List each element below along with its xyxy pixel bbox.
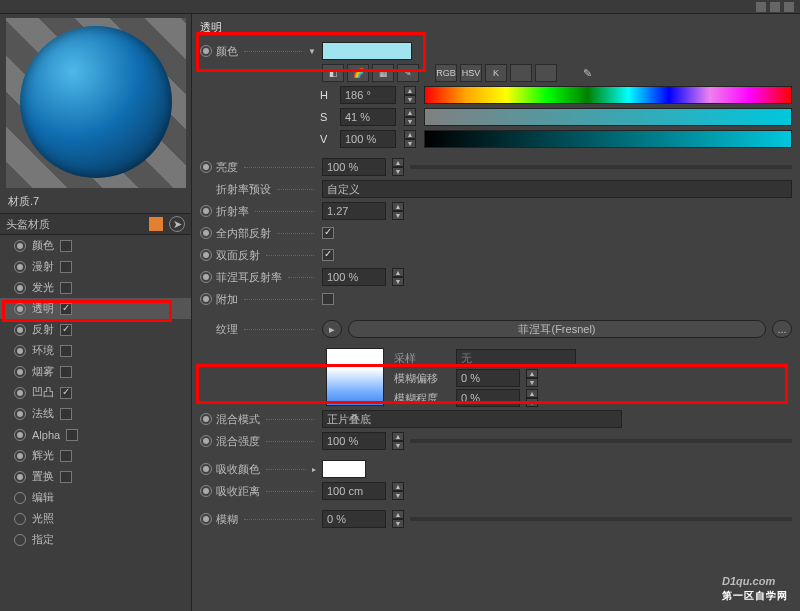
eyedrop-icon[interactable]: ✎ — [583, 67, 592, 80]
channel-checkbox[interactable] — [60, 450, 72, 462]
ior-spinner[interactable]: ▲▼ — [392, 202, 404, 220]
absorb-dist-spinner[interactable]: ▲▼ — [392, 482, 404, 500]
absorb-color-swatch[interactable] — [322, 460, 366, 478]
spectrum-icon[interactable]: 🌈 — [347, 64, 369, 82]
channel-checkbox[interactable] — [60, 345, 72, 357]
lock-icon[interactable] — [770, 2, 780, 12]
color-radio[interactable] — [200, 45, 212, 57]
channel-13[interactable]: 光照 — [0, 508, 191, 529]
dbl-radio[interactable] — [200, 249, 212, 261]
tir-checkbox[interactable] — [322, 227, 334, 239]
channel-checkbox[interactable] — [60, 282, 72, 294]
k-button[interactable]: K — [485, 64, 507, 82]
texture-preview[interactable] — [326, 348, 384, 406]
texture-arrow-button[interactable]: ▸ — [322, 320, 342, 338]
channel-14[interactable]: 指定 — [0, 529, 191, 550]
blend-mode-dropdown[interactable]: 正片叠底 — [322, 410, 622, 428]
channel-radio[interactable] — [14, 450, 26, 462]
channel-checkbox[interactable] — [60, 366, 72, 378]
channel-3[interactable]: 透明 — [0, 298, 191, 319]
swatches-icon[interactable]: ▦ — [372, 64, 394, 82]
channel-radio[interactable] — [14, 387, 26, 399]
channel-checkbox[interactable] — [66, 429, 78, 441]
blur-slider[interactable] — [410, 517, 792, 521]
material-name[interactable]: 材质.7 — [0, 188, 191, 213]
material-preview[interactable] — [6, 18, 186, 188]
color-swatch[interactable] — [322, 42, 412, 60]
channel-radio[interactable] — [14, 534, 26, 546]
blend-strength-value[interactable]: 100 % — [322, 432, 386, 450]
channel-7[interactable]: 凹凸 — [0, 382, 191, 403]
channel-radio[interactable] — [14, 261, 26, 273]
blur-spinner[interactable]: ▲▼ — [392, 510, 404, 528]
v-value[interactable]: 100 % — [340, 130, 396, 148]
picker-icon[interactable]: ◧ — [322, 64, 344, 82]
add-checkbox[interactable] — [322, 293, 334, 305]
blend-strength-slider[interactable] — [410, 439, 792, 443]
arrow-right-icon[interactable]: ▸ — [312, 465, 316, 474]
pointer-icon[interactable]: ➤ — [169, 216, 185, 232]
blur-radio[interactable] — [200, 513, 212, 525]
channel-checkbox[interactable] — [60, 324, 72, 336]
fresnel-radio[interactable] — [200, 271, 212, 283]
ior-radio[interactable] — [200, 205, 212, 217]
eyedropper-icon[interactable]: ✎ — [397, 64, 419, 82]
channel-radio[interactable] — [14, 492, 26, 504]
dbl-checkbox[interactable] — [322, 249, 334, 261]
brightness-slider[interactable] — [410, 165, 792, 169]
blur-scale-value[interactable]: 0 % — [456, 389, 520, 407]
h-spinner[interactable]: ▲▼ — [404, 86, 416, 104]
channel-0[interactable]: 颜色 — [0, 235, 191, 256]
absorb-color-radio[interactable] — [200, 463, 212, 475]
absorb-dist-radio[interactable] — [200, 485, 212, 497]
channel-10[interactable]: 辉光 — [0, 445, 191, 466]
channel-radio[interactable] — [14, 471, 26, 483]
channel-11[interactable]: 置换 — [0, 466, 191, 487]
blend-str-radio[interactable] — [200, 435, 212, 447]
channel-5[interactable]: 环境 — [0, 340, 191, 361]
menu-icon[interactable] — [784, 2, 794, 12]
channel-radio[interactable] — [14, 240, 26, 252]
rgb-button[interactable]: RGB — [435, 64, 457, 82]
blur-offset-spinner[interactable]: ▲▼ — [526, 369, 538, 387]
channel-checkbox[interactable] — [60, 408, 72, 420]
tir-radio[interactable] — [200, 227, 212, 239]
channel-radio[interactable] — [14, 324, 26, 336]
material-header[interactable]: 头盔材质 ➤ — [0, 213, 191, 235]
h-value[interactable]: 186 ° — [340, 86, 396, 104]
back-icon[interactable] — [756, 2, 766, 12]
channel-radio[interactable] — [14, 303, 26, 315]
blur-offset-value[interactable]: 0 % — [456, 369, 520, 387]
channel-radio[interactable] — [14, 366, 26, 378]
texture-field[interactable]: 菲涅耳(Fresnel) — [348, 320, 766, 338]
channel-radio[interactable] — [14, 282, 26, 294]
channel-checkbox[interactable] — [60, 261, 72, 273]
v-spinner[interactable]: ▲▼ — [404, 130, 416, 148]
channel-radio[interactable] — [14, 345, 26, 357]
brightness-radio[interactable] — [200, 161, 212, 173]
channel-checkbox[interactable] — [60, 387, 72, 399]
channel-checkbox[interactable] — [60, 471, 72, 483]
sampling-dropdown[interactable]: 无 — [456, 349, 576, 367]
add-radio[interactable] — [200, 293, 212, 305]
brightness-value[interactable]: 100 % — [322, 158, 386, 176]
mode-extra-2[interactable] — [535, 64, 557, 82]
ior-value[interactable]: 1.27 — [322, 202, 386, 220]
brightness-spinner[interactable]: ▲▼ — [392, 158, 404, 176]
channel-12[interactable]: 编辑 — [0, 487, 191, 508]
channel-9[interactable]: Alpha — [0, 424, 191, 445]
blend-radio[interactable] — [200, 413, 212, 425]
channel-checkbox[interactable] — [60, 303, 72, 315]
ior-preset-dropdown[interactable]: 自定义 — [322, 180, 792, 198]
fresnel-value[interactable]: 100 % — [322, 268, 386, 286]
blur-scale-spinner[interactable]: ▲▼ — [526, 389, 538, 407]
mode-extra-1[interactable] — [510, 64, 532, 82]
channel-radio[interactable] — [14, 513, 26, 525]
blend-strength-spinner[interactable]: ▲▼ — [392, 432, 404, 450]
fresnel-spinner[interactable]: ▲▼ — [392, 268, 404, 286]
channel-1[interactable]: 漫射 — [0, 256, 191, 277]
channel-radio[interactable] — [14, 408, 26, 420]
hue-slider[interactable] — [424, 86, 792, 104]
texture-more-button[interactable]: ... — [772, 320, 792, 338]
blur-value[interactable]: 0 % — [322, 510, 386, 528]
